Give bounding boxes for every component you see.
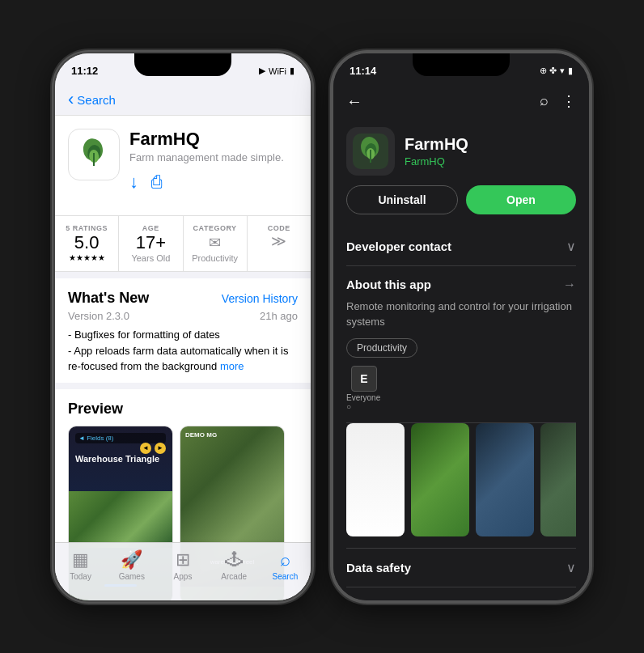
app-actions-light: ↓ ⎙ [129, 172, 298, 193]
app-header-dark: FarmHQ FarmHQ [346, 127, 576, 176]
status-bar-dark: 11:14 ⊕ ✤ ▾ ▮ [333, 53, 589, 89]
preview-nav-dots: ◄ ► [140, 443, 166, 454]
wifi-icon-dark: ▾ [560, 66, 565, 76]
screenshots-row [346, 423, 576, 549]
category-label: CATEGORY [190, 224, 240, 232]
about-title: About this app [346, 278, 431, 291]
changelog: - Bugfixes for formatting of dates - App… [68, 327, 298, 375]
farmhq-logo-icon [76, 137, 112, 172]
age-value: 17+ [125, 232, 176, 253]
tab-today[interactable]: ▦ Today [55, 549, 106, 581]
download-icon[interactable]: ↓ [129, 172, 138, 193]
whats-new-title: What's New [68, 290, 149, 307]
whats-new-section: What's New Version History Version 2.3.0… [55, 272, 311, 383]
about-header: About this app → [346, 278, 576, 292]
search-action-icon[interactable]: ⌕ [540, 92, 549, 110]
farmhq-dark-logo-icon [353, 134, 388, 169]
nav-actions-dark: ⌕ ⋮ [540, 92, 576, 110]
screenshot-4 [540, 423, 576, 536]
share-icon[interactable]: ⎙ [151, 172, 162, 193]
tab-arcade[interactable]: 🕹 Arcade [209, 549, 260, 581]
app-name-light: FarmHQ [129, 129, 298, 150]
status-time-dark: 11:14 [350, 65, 376, 77]
about-text: Remote monitoring and control for your i… [346, 299, 576, 330]
notch-dark [413, 53, 510, 76]
app-icon-light [68, 129, 120, 180]
nav-bar-dark: ← ⌕ ⋮ [333, 89, 589, 117]
developer-contact-row[interactable]: Developer contact ∨ [346, 227, 576, 266]
ratings-reviews-row: Ratings and reviews [346, 587, 576, 602]
back-button-light[interactable]: Search [68, 92, 298, 108]
app-header-light: FarmHQ Farm management made simple. ↓ ⎙ [68, 129, 298, 193]
battery-icon: ▮ [290, 66, 294, 76]
stat-age: AGE 17+ Years Old [119, 216, 183, 271]
developer-contact-label: Developer contact [346, 240, 451, 253]
app-info-dark: FarmHQ FarmHQ [405, 135, 468, 167]
data-safety-label: Data safety [346, 561, 411, 575]
rating-everyone-label: Everyone ○ [346, 393, 382, 411]
warehouse-triangle-label: Warehouse Triangle [75, 454, 159, 464]
preview-fields-label: ◄ Fields (8) [78, 435, 163, 442]
games-label: Games [119, 572, 145, 581]
screenshot-3 [476, 423, 534, 536]
screenshot-2 [411, 423, 469, 536]
ratings-value: 5.0 [61, 232, 112, 253]
category-value: Productivity [190, 253, 240, 263]
app-title-section-light: FarmHQ Farm management made simple. ↓ ⎙ [129, 129, 298, 193]
category-tag-dark[interactable]: Productivity [346, 338, 417, 358]
apps-label: Apps [174, 572, 193, 581]
app-icon-dark [346, 127, 395, 176]
developer-contact-chevron: ∨ [566, 239, 576, 254]
rating-e-badge: E [351, 366, 377, 392]
status-icons-dark: ⊕ ✤ ▾ ▮ [540, 66, 573, 76]
whats-new-header: What's New Version History [68, 290, 298, 307]
app-name-dark: FarmHQ [405, 135, 468, 154]
tab-games[interactable]: 🚀 Games [106, 549, 157, 581]
version-time: 21h ago [260, 310, 298, 322]
map-area [69, 491, 172, 548]
about-section: About this app → Remote monitoring and c… [346, 266, 576, 423]
category-icon: ✉ [190, 234, 240, 252]
arcade-icon: 🕹 [225, 549, 243, 570]
age-sub: Years Old [125, 253, 176, 263]
games-icon: 🚀 [121, 549, 142, 570]
preview-title: Preview [68, 401, 311, 418]
wifi-icon: WiFi [269, 66, 286, 76]
app-detail-dark: FarmHQ FarmHQ Uninstall Open Developer c… [333, 117, 589, 602]
btn-row-dark: Uninstall Open [346, 185, 576, 214]
more-action-icon[interactable]: ⋮ [561, 92, 576, 110]
version-history-link[interactable]: Version History [222, 292, 298, 305]
ratings-label: 5 RATINGS [61, 224, 112, 232]
uninstall-button[interactable]: Uninstall [346, 185, 458, 214]
tab-search[interactable]: ⌕ Search [260, 549, 311, 581]
search-label: Search [273, 572, 299, 581]
app-publisher-dark: FarmHQ [405, 155, 468, 167]
stats-row: 5 RATINGS 5.0 ★★★★★ AGE 17+ Years Old CA… [55, 215, 311, 272]
stat-ratings: 5 RATINGS 5.0 ★★★★★ [55, 216, 119, 271]
tab-bar-light: ▦ Today 🚀 Games ⊞ Apps 🕹 Arcade ⌕ Search [55, 542, 311, 600]
more-link[interactable]: more [220, 360, 244, 372]
data-safety-row[interactable]: Data safety ∨ [346, 549, 576, 587]
open-button[interactable]: Open [466, 185, 576, 214]
notch [134, 53, 231, 76]
stars: ★★★★★ [61, 253, 112, 262]
apps-icon: ⊞ [176, 549, 190, 570]
rating-section: E Everyone ○ [346, 366, 576, 411]
today-label: Today [70, 572, 91, 581]
age-label: AGE [125, 224, 176, 232]
today-icon: ▦ [72, 549, 89, 570]
rating-badge: E Everyone ○ [346, 366, 382, 411]
phone-light: 11:12 ▶ WiFi ▮ Search FarmHQ Farm [53, 52, 312, 602]
search-icon: ⌕ [280, 549, 290, 570]
back-button-dark[interactable]: ← [346, 92, 362, 111]
version-number: Version 2.3.0 [68, 310, 129, 322]
data-safety-chevron: ∨ [566, 560, 576, 575]
about-arrow[interactable]: → [563, 278, 576, 292]
app-detail-light: FarmHQ Farm management made simple. ↓ ⎙ [55, 116, 311, 215]
status-icons-light: ▶ WiFi ▮ [259, 66, 294, 76]
battery-icon-dark: ▮ [568, 66, 573, 76]
tab-apps[interactable]: ⊞ Apps [157, 549, 208, 581]
code-label: CODE [254, 224, 304, 232]
app-subtitle-light: Farm management made simple. [129, 151, 298, 165]
status-time-light: 11:12 [71, 65, 98, 77]
